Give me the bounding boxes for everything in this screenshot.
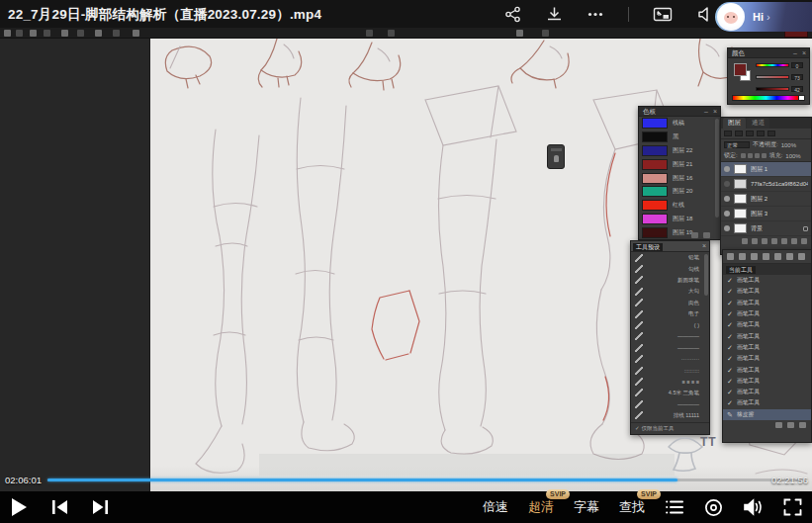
tool-preset-row[interactable]: :::::::::: xyxy=(631,365,709,376)
layer-row[interactable]: 77fa7c5d1ca9f862d04d8bd4cb4... xyxy=(721,177,811,192)
previous-button[interactable] xyxy=(51,499,68,515)
color-chip[interactable] xyxy=(642,159,668,170)
video-frame[interactable]: 颜色 – × 0 73 42 xyxy=(0,28,812,491)
layer-style-icon[interactable] xyxy=(752,238,758,244)
layer-thumbnail[interactable] xyxy=(734,179,747,189)
visibility-eye-icon[interactable] xyxy=(724,225,730,231)
swatch-row[interactable]: 图层 20 xyxy=(639,185,720,199)
delete-preset-icon[interactable] xyxy=(799,422,806,428)
optbar-icon[interactable] xyxy=(542,30,549,37)
color-spectrum-ramp[interactable] xyxy=(732,95,800,101)
fill-value[interactable]: 100% xyxy=(785,153,800,159)
filter-icon[interactable] xyxy=(746,131,754,136)
playlist-icon[interactable] xyxy=(665,498,684,516)
new-group-icon[interactable] xyxy=(781,238,787,244)
color-chip[interactable] xyxy=(642,227,668,238)
preset-tool-row[interactable]: ✓画笔工具 xyxy=(723,387,811,397)
tool-preset-row[interactable]: 排线 11111 xyxy=(631,409,709,420)
optbar-icon[interactable] xyxy=(133,30,139,37)
layer-thumbnail[interactable] xyxy=(734,164,747,174)
tool-preset-row[interactable]: ———— xyxy=(631,331,709,342)
optbar-icon[interactable] xyxy=(516,30,523,37)
swatches-panel-header[interactable]: 色板 – × xyxy=(639,107,720,117)
brightness-value[interactable]: 42 xyxy=(791,86,803,92)
optbar-icon[interactable] xyxy=(366,30,373,37)
preset-tool-row[interactable]: ✓画笔工具 xyxy=(723,330,811,341)
swatch-row[interactable]: 黑 xyxy=(639,131,720,144)
optbar-icon[interactable] xyxy=(44,30,50,37)
hue-value[interactable]: 0 xyxy=(791,62,803,68)
layer-row-background[interactable]: 背景 xyxy=(721,221,811,236)
optbar-icon[interactable] xyxy=(77,30,84,37)
preset-tool-row[interactable]: ✓画笔工具 xyxy=(723,364,811,375)
swatch-row[interactable]: 红线 xyxy=(639,199,720,213)
tool-presets-header[interactable]: 工具预设 × xyxy=(631,241,709,252)
tool-preset-row[interactable]: ( ) xyxy=(631,319,709,330)
find-button[interactable]: 查找 SVIP xyxy=(619,498,645,516)
tab-layers[interactable]: 图层 xyxy=(723,118,746,129)
layer-mask-icon[interactable] xyxy=(762,238,767,244)
swatch-row[interactable]: 图层 22 xyxy=(639,144,720,158)
optbar-icon[interactable] xyxy=(113,30,120,37)
play-button[interactable] xyxy=(10,497,28,517)
tool-icon[interactable] xyxy=(774,253,781,260)
tool-icon[interactable] xyxy=(751,253,758,260)
layer-row[interactable]: 图层 2 xyxy=(721,192,811,207)
layer-row[interactable]: 图层 3 xyxy=(721,207,811,221)
saturation-slider[interactable] xyxy=(756,75,789,79)
visibility-eye-icon[interactable] xyxy=(724,211,730,217)
layer-thumbnail[interactable] xyxy=(734,209,747,218)
tool-preset-row[interactable]: 铅笔 xyxy=(631,252,709,263)
tool-preset-row[interactable]: ———— xyxy=(631,342,709,353)
tool-preset-row[interactable]: 新圆珠笔 xyxy=(631,275,709,286)
filter-icon[interactable] xyxy=(767,131,775,136)
swatch-row[interactable]: 图层 18 xyxy=(639,213,720,226)
close-icon[interactable]: × xyxy=(802,50,806,56)
lock-icon[interactable] xyxy=(762,153,767,158)
tool-icon[interactable] xyxy=(763,253,769,260)
visibility-eye-icon[interactable] xyxy=(724,181,730,187)
tool-preset-row[interactable]: 肉色 xyxy=(631,298,709,308)
optbar-icon[interactable] xyxy=(4,30,11,37)
new-preset-icon[interactable] xyxy=(787,422,794,428)
tool-icon[interactable] xyxy=(786,253,793,260)
share-icon[interactable] xyxy=(504,6,522,23)
download-icon[interactable] xyxy=(546,6,563,23)
filter-icon[interactable] xyxy=(735,131,743,136)
tool-preset-row[interactable]: 大勾 xyxy=(631,286,709,297)
preset-tool-row[interactable]: ✓画笔工具 xyxy=(723,376,811,387)
delete-layer-icon[interactable] xyxy=(801,238,807,244)
color-chip[interactable] xyxy=(642,131,668,142)
tool-preset-row[interactable]: ≡ ≡ ≡ ≡ xyxy=(631,376,709,387)
saturation-value[interactable]: 73 xyxy=(791,74,803,80)
volume-icon[interactable] xyxy=(743,498,764,516)
tool-preset-row[interactable]: 4.5米 三角笔 xyxy=(631,388,709,398)
white-chip[interactable] xyxy=(798,95,805,101)
foreground-color-swatch[interactable] xyxy=(734,63,747,76)
fullscreen-icon[interactable] xyxy=(783,498,802,516)
swatch-row[interactable]: 图层 16 xyxy=(639,171,720,185)
sort-icon[interactable] xyxy=(775,422,782,428)
playback-speed-button[interactable]: 倍速 xyxy=(483,498,508,516)
optbar-icon[interactable] xyxy=(30,30,37,37)
close-icon[interactable]: × xyxy=(713,109,717,115)
preset-tool-row[interactable]: ✓画笔工具 xyxy=(723,353,811,364)
color-chip[interactable] xyxy=(642,173,668,184)
preset-tool-row[interactable]: ✓画笔工具 xyxy=(723,397,811,408)
minimize-icon[interactable]: – xyxy=(793,50,797,56)
tool-icon[interactable] xyxy=(798,253,805,260)
delete-swatch-icon[interactable] xyxy=(703,232,710,238)
scrollbar[interactable] xyxy=(715,119,719,218)
preset-tool-row[interactable]: ✓画笔工具 xyxy=(723,319,811,330)
color-chip[interactable] xyxy=(642,214,668,224)
visibility-eye-icon[interactable] xyxy=(724,196,730,202)
visibility-eye-icon[interactable] xyxy=(724,166,730,172)
preset-tool-row[interactable]: ✓画笔工具 xyxy=(723,342,811,353)
preset-tool-row[interactable]: ✓画笔工具 xyxy=(723,275,811,286)
color-chip[interactable] xyxy=(642,118,668,129)
link-layers-icon[interactable] xyxy=(742,238,748,244)
minimize-icon[interactable]: – xyxy=(704,109,708,115)
tool-preset-row[interactable]: ·········· xyxy=(631,354,709,365)
tool-preset-row[interactable]: ———— xyxy=(631,398,709,409)
optbar-icon[interactable] xyxy=(95,30,102,37)
